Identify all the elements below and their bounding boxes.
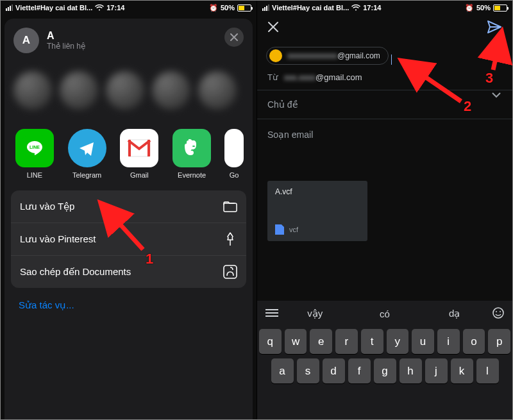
compose-close-button[interactable] bbox=[267, 20, 279, 37]
key-q[interactable]: q bbox=[259, 329, 282, 354]
key-l[interactable]: l bbox=[476, 358, 499, 383]
key-a[interactable]: a bbox=[271, 358, 294, 383]
alarm-icon: ⏰ bbox=[465, 4, 474, 12]
app-gmail[interactable]: Gmail bbox=[120, 129, 160, 179]
attachment-name: A.vcf bbox=[275, 187, 360, 196]
key-s[interactable]: s bbox=[297, 358, 319, 383]
svg-point-11 bbox=[500, 311, 501, 312]
app-label: Evernote bbox=[178, 171, 206, 179]
documents-icon bbox=[223, 265, 237, 279]
line-icon: LINE bbox=[15, 129, 54, 167]
body-field[interactable]: Soạn email A.vcf vcf bbox=[257, 119, 512, 301]
key-i[interactable]: i bbox=[437, 329, 460, 354]
key-e[interactable]: e bbox=[310, 329, 332, 354]
text-cursor bbox=[391, 55, 392, 65]
close-button[interactable] bbox=[224, 28, 244, 47]
action-save-files[interactable]: Lưu vào Tệp bbox=[11, 190, 246, 223]
key-u[interactable]: u bbox=[412, 329, 434, 354]
to-recipient-chip[interactable]: xxxxxxxxxxxxx@gmail.com bbox=[266, 47, 389, 65]
subject-field[interactable]: Chủ đề bbox=[257, 90, 512, 119]
status-bar: Viettel#Hay cai dat Bl... 17:14 ⏰ 50% bbox=[1, 1, 256, 13]
battery-icon bbox=[493, 4, 507, 12]
signal-icon bbox=[262, 4, 269, 11]
key-row-1: q w e r t y u i o p bbox=[259, 329, 510, 354]
app-google[interactable]: Go bbox=[224, 129, 244, 179]
status-bar: Viettel#Hay cai dat Bl... 17:14 ⏰ 50% bbox=[257, 1, 512, 13]
time-text: 17:14 bbox=[106, 4, 124, 12]
key-r[interactable]: r bbox=[335, 329, 358, 354]
emoji-icon bbox=[492, 307, 505, 319]
emoji-button[interactable] bbox=[489, 307, 505, 321]
recipient-email: xxxxxxxxxxxxx@gmail.com bbox=[287, 51, 380, 60]
folder-icon bbox=[223, 199, 237, 214]
body-placeholder: Soạn email bbox=[267, 130, 313, 140]
close-icon bbox=[230, 33, 238, 41]
carrier-text: Viettel#Hay cai dat Bl... bbox=[15, 4, 92, 12]
app-telegram[interactable]: Telegram bbox=[67, 129, 107, 179]
close-icon bbox=[267, 21, 279, 33]
send-button[interactable] bbox=[487, 20, 502, 37]
expand-recipients-button[interactable] bbox=[492, 89, 501, 101]
app-label: Telegram bbox=[72, 171, 101, 179]
key-p[interactable]: p bbox=[488, 329, 510, 354]
time-text: 17:14 bbox=[363, 4, 381, 12]
svg-rect-3 bbox=[128, 140, 131, 156]
app-evernote[interactable]: Evernote bbox=[172, 129, 212, 179]
key-f[interactable]: f bbox=[348, 358, 371, 383]
key-d[interactable]: d bbox=[323, 358, 345, 383]
edit-actions[interactable]: Sửa tác vụ... bbox=[4, 288, 253, 323]
action-copy-documents[interactable]: Sao chép đến Documents bbox=[11, 255, 246, 288]
app-line[interactable]: LINE LINE bbox=[15, 129, 55, 179]
evernote-icon bbox=[172, 129, 211, 167]
left-phone: Viettel#Hay cai dat Bl... 17:14 ⏰ 50% A … bbox=[1, 1, 256, 419]
svg-rect-4 bbox=[147, 140, 150, 156]
app-label: LINE bbox=[27, 171, 42, 179]
actions-list: Lưu vào Tệp Lưu vào Pinterest Sao chép đ… bbox=[11, 190, 246, 288]
menu-icon bbox=[265, 308, 279, 317]
app-label: Go bbox=[230, 171, 239, 179]
suggestion-2[interactable]: có bbox=[350, 308, 420, 319]
svg-point-9 bbox=[493, 308, 503, 318]
key-t[interactable]: t bbox=[361, 329, 383, 354]
battery-icon bbox=[237, 4, 251, 12]
send-icon bbox=[487, 20, 502, 34]
compose-screen: xxxxxxxxxxxxx@gmail.com Từ xxx.xxxx@gmai… bbox=[257, 13, 512, 419]
key-w[interactable]: w bbox=[285, 329, 307, 354]
action-label: Lưu vào Tệp bbox=[20, 201, 74, 212]
key-o[interactable]: o bbox=[463, 329, 485, 354]
airdrop-contacts[interactable] bbox=[4, 61, 253, 120]
share-sheet: A A Thẻ liên hệ LINE LINE Te bbox=[4, 19, 253, 419]
alarm-icon: ⏰ bbox=[209, 4, 218, 12]
suggestion-1[interactable]: vậy bbox=[280, 308, 350, 319]
svg-text:LINE: LINE bbox=[29, 145, 40, 149]
key-h[interactable]: h bbox=[399, 358, 422, 383]
right-phone: Viettel#Hay cai dat Bl... 17:14 ⏰ 50% bbox=[256, 1, 512, 419]
key-y[interactable]: y bbox=[387, 329, 409, 354]
action-label: Lưu vào Pinterest bbox=[20, 233, 96, 245]
contact-name: A bbox=[47, 30, 85, 42]
keyboard: vậy có dạ q w e r t y u bbox=[257, 301, 512, 419]
battery-pct: 50% bbox=[221, 4, 235, 12]
from-label: Từ bbox=[267, 72, 278, 82]
contact-avatar: A bbox=[13, 28, 39, 53]
action-label: Sao chép đến Documents bbox=[20, 266, 131, 278]
attachment-card[interactable]: A.vcf vcf bbox=[267, 181, 367, 241]
google-icon bbox=[224, 129, 244, 167]
attachment-type: vcf bbox=[289, 226, 298, 233]
suggestion-3[interactable]: dạ bbox=[419, 308, 489, 319]
keyboard-menu-button[interactable] bbox=[265, 308, 280, 319]
chevron-down-icon bbox=[492, 92, 501, 98]
app-row: LINE LINE Telegram Gmail Evernote bbox=[4, 120, 253, 183]
action-save-pinterest[interactable]: Lưu vào Pinterest bbox=[11, 223, 246, 255]
from-row[interactable]: Từ xxx.xxxx@gmail.com bbox=[257, 66, 512, 90]
key-k[interactable]: k bbox=[451, 358, 473, 383]
wifi-icon bbox=[95, 4, 104, 11]
svg-point-10 bbox=[496, 311, 497, 312]
key-row-2: a s d f g h j k l bbox=[259, 358, 510, 383]
key-j[interactable]: j bbox=[425, 358, 448, 383]
contact-sub: Thẻ liên hệ bbox=[47, 42, 85, 51]
key-g[interactable]: g bbox=[374, 358, 396, 383]
battery-pct: 50% bbox=[476, 4, 491, 12]
file-icon bbox=[275, 224, 284, 235]
recipient-avatar bbox=[269, 49, 282, 62]
